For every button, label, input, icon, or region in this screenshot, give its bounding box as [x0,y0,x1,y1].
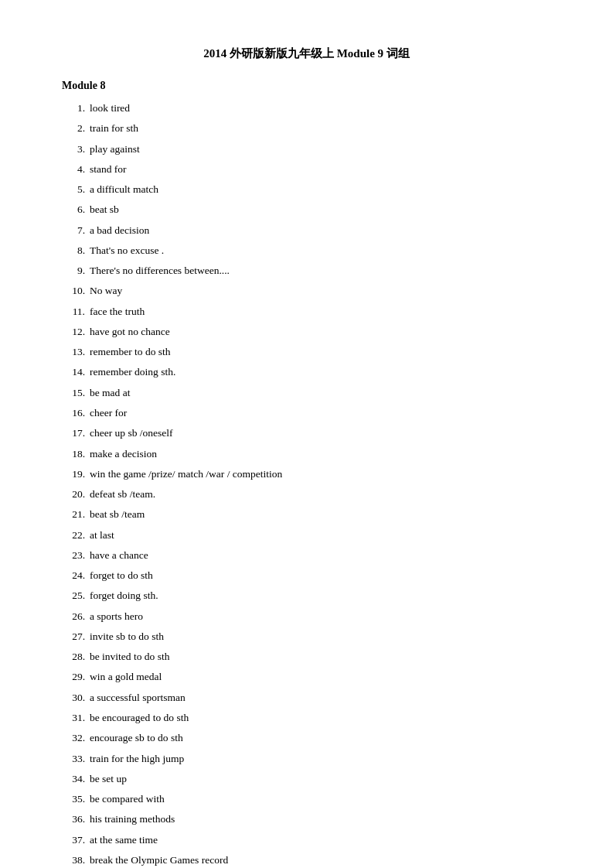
list-item: 31.be encouraged to do sth [62,708,551,728]
list-item: 25.forget doing sth. [62,586,551,606]
page-title: 2014 外研版新版九年级上 Module 9 词组 [62,46,551,61]
list-item: 10.No way [62,281,551,301]
list-item: 35.be compared with [62,789,551,809]
phrase-text: face the truth [90,303,551,320]
phrase-number: 25. [62,587,90,604]
phrase-number: 34. [62,771,90,788]
phrase-text: be encouraged to do sth [90,709,551,726]
list-item: 27.invite sb to do sth [62,627,551,647]
phrase-text: be invited to do sth [90,648,551,665]
module-heading: Module 8 [62,80,551,92]
list-item: 15.be mad at [62,383,551,403]
phrase-number: 30. [62,689,90,706]
list-item: 6.beat sb [62,200,551,220]
phrase-number: 14. [62,364,90,381]
phrase-number: 5. [62,181,90,198]
phrase-number: 35. [62,791,90,808]
phrase-number: 32. [62,730,90,747]
phrase-text: train for sth [90,120,551,137]
list-item: 16.cheer for [62,403,551,423]
phrase-number: 10. [62,282,90,299]
phrase-number: 4. [62,161,90,178]
list-item: 29.win a gold medal [62,667,551,687]
list-item: 8.That's no excuse . [62,241,551,261]
phrase-number: 24. [62,567,90,584]
phrase-text: invite sb to do sth [90,628,551,645]
phrase-number: 27. [62,628,90,645]
phrase-text: forget to do sth [90,567,551,584]
phrase-text: win a gold medal [90,668,551,685]
phrase-number: 31. [62,709,90,726]
phrase-number: 23. [62,547,90,564]
phrase-number: 37. [62,832,90,849]
phrase-text: at the same time [90,832,551,849]
phrase-text: have a chance [90,547,551,564]
phrase-text: his training methods [90,811,551,828]
list-item: 23.have a chance [62,545,551,566]
phrase-text: a successful sportsman [90,689,551,706]
phrase-number: 3. [62,141,90,158]
list-item: 28.be invited to do sth [62,647,551,667]
list-item: 17.cheer up sb /oneself [62,423,551,443]
list-item: 24.forget to do sth [62,566,551,586]
list-item: 22.at last [62,525,551,545]
phrase-number: 21. [62,506,90,523]
phrase-text: break the Olympic Games record [90,852,551,868]
list-item: 3.play against [62,139,551,159]
list-item: 33.train for the high jump [62,749,551,769]
phrase-text: a difficult match [90,181,551,198]
list-item: 34.be set up [62,769,551,789]
phrase-text: be set up [90,771,551,788]
list-item: 26.a sports hero [62,607,551,627]
list-item: 20.defeat sb /team. [62,484,551,504]
phrase-number: 26. [62,608,90,625]
phrase-list: 1.look tired2.train for sth3.play agains… [62,98,551,868]
list-item: 30.a successful sportsman [62,688,551,708]
list-item: 2.train for sth [62,118,551,138]
phrase-number: 8. [62,242,90,259]
phrase-text: be compared with [90,791,551,808]
phrase-text: defeat sb /team. [90,486,551,503]
phrase-number: 20. [62,486,90,503]
phrase-number: 11. [62,303,90,320]
phrase-text: encourage sb to do sth [90,730,551,747]
phrase-number: 6. [62,201,90,218]
phrase-number: 36. [62,811,90,828]
phrase-text: There's no differences between.... [90,262,551,279]
phrase-text: That's no excuse . [90,242,551,259]
phrase-text: remember doing sth. [90,364,551,381]
phrase-number: 33. [62,750,90,767]
phrase-text: be mad at [90,384,551,402]
phrase-text: a sports hero [90,608,551,625]
list-item: 32.encourage sb to do sth [62,728,551,748]
list-item: 11.face the truth [62,302,551,322]
list-item: 4.stand for [62,159,551,179]
phrase-number: 1. [62,100,90,117]
phrase-number: 29. [62,668,90,685]
phrase-number: 12. [62,323,90,340]
phrase-number: 18. [62,446,90,463]
phrase-text: train for the high jump [90,750,551,767]
list-item: 21.beat sb /team [62,504,551,525]
phrase-text: cheer up sb /oneself [90,425,551,442]
list-item: 14.remember doing sth. [62,362,551,382]
phrase-text: win the game /prize/ match /war / compet… [90,466,551,483]
list-item: 9.There's no differences between.... [62,261,551,281]
phrase-text: forget doing sth. [90,587,551,604]
phrase-text: have got no chance [90,323,551,340]
list-item: 7.a bad decision [62,220,551,241]
list-item: 36.his training methods [62,809,551,829]
list-item: 19.win the game /prize/ match /war / com… [62,464,551,484]
phrase-text: at last [90,527,551,544]
phrase-number: 15. [62,384,90,402]
phrase-text: make a decision [90,446,551,463]
phrase-text: beat sb [90,201,551,218]
phrase-text: remember to do sth [90,343,551,361]
phrase-number: 17. [62,425,90,442]
phrase-number: 28. [62,648,90,665]
phrase-number: 38. [62,852,90,868]
phrase-number: 19. [62,466,90,483]
list-item: 12.have got no chance [62,322,551,342]
list-item: 13.remember to do sth [62,342,551,362]
list-item: 5.a difficult match [62,179,551,200]
